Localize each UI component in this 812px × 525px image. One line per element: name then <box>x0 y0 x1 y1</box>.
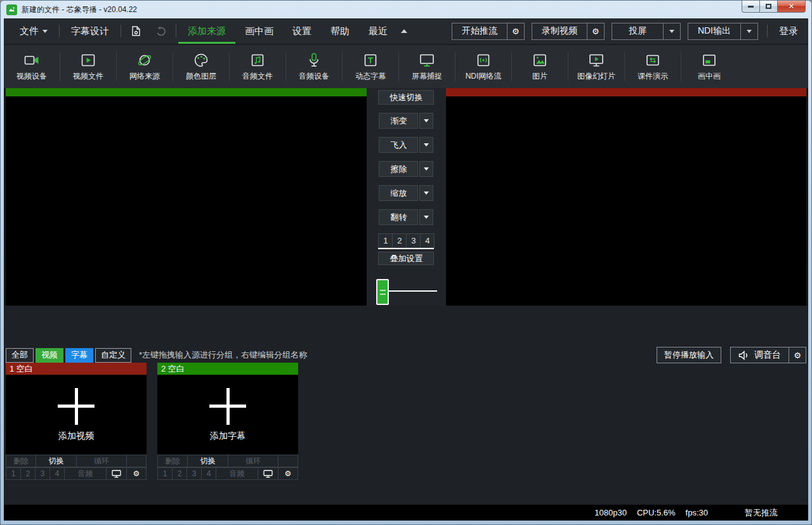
toolbar-item-ndi-stream[interactable]: NDI网络流 <box>455 52 511 82</box>
toolbar-item-courseware[interactable]: 课件演示 <box>625 52 681 82</box>
toolbar-item-screen-capture[interactable]: 屏幕捕捉 <box>399 52 455 82</box>
slot-2-button[interactable]: 2 <box>20 467 36 480</box>
start-stream-button[interactable]: 开始推流 <box>452 23 507 39</box>
loop-button[interactable]: 循环 <box>76 455 127 467</box>
delete-button[interactable]: 删除 <box>157 455 188 467</box>
cast-dropdown-button[interactable] <box>664 23 680 39</box>
toolbar-item-audio-device[interactable]: 音频设备 <box>286 52 342 82</box>
tab-settings[interactable]: 设置 <box>283 18 321 44</box>
ndi-output-button[interactable]: NDI输出 <box>688 23 740 39</box>
slot-1-button[interactable]: 1 <box>6 467 21 480</box>
tab-all[interactable]: 全部 <box>6 348 34 363</box>
toolbar-item-video-file[interactable]: 视频文件 <box>60 52 116 82</box>
slider-track[interactable] <box>388 290 437 292</box>
transition-fly-button[interactable]: 飞入 <box>379 137 418 153</box>
audio-button[interactable]: 音频 <box>64 467 107 480</box>
save-button[interactable] <box>123 18 148 44</box>
undo-icon[interactable] <box>148 18 174 44</box>
divider <box>176 25 176 37</box>
toolbar-item-slideshow[interactable]: 图像幻灯片 <box>568 52 624 82</box>
toolbar-item-pip[interactable]: 画中画 <box>681 52 737 82</box>
menu-subtitle-design-label: 字幕设计 <box>71 25 109 37</box>
tab-help[interactable]: 帮助 <box>321 18 359 44</box>
transition-zoom-button[interactable]: 缩放 <box>379 185 418 201</box>
quick-switch-button[interactable]: 快速切换 <box>378 90 434 105</box>
toolbar-item-color-layer[interactable]: 颜色图层 <box>173 52 229 82</box>
overlay-slot-4[interactable]: 4 <box>420 233 435 248</box>
transition-wipe-dropdown[interactable] <box>419 161 433 177</box>
monitor-toggle-button[interactable] <box>258 467 278 480</box>
record-settings-button[interactable]: ⚙ <box>587 23 604 39</box>
transition-flip-dropdown[interactable] <box>419 209 433 225</box>
transition-fade-button[interactable]: 渐变 <box>379 113 418 129</box>
maximize-button[interactable] <box>759 1 778 13</box>
app-window: 新建的文件 - 芯象导播 - v20.04.22 ✕ 文件 字幕设计 <box>0 0 812 525</box>
tab-add-source[interactable]: 添加来源 <box>178 18 235 44</box>
delete-button[interactable]: 删除 <box>6 455 36 467</box>
slot-3-button[interactable]: 3 <box>35 467 50 480</box>
minimize-button[interactable] <box>742 1 760 13</box>
mixer-button[interactable]: 调音台 <box>731 347 789 363</box>
cast-button[interactable]: 投屏 <box>612 23 663 39</box>
monitor-toggle-button[interactable] <box>106 467 127 480</box>
toolbar-item-picture[interactable]: 图片 <box>512 52 568 82</box>
transition-wipe-button[interactable]: 擦除 <box>379 161 418 177</box>
menu-file[interactable]: 文件 <box>10 18 57 44</box>
login-button[interactable]: 登录 <box>776 25 801 37</box>
toolbar-item-dynamic-caption[interactable]: 动态字幕 <box>343 52 398 82</box>
transition-flip-button[interactable]: 翻转 <box>379 209 418 225</box>
menu-subtitle-design[interactable]: 字幕设计 <box>62 18 119 44</box>
toolbar-item-label: 画中画 <box>698 71 721 82</box>
switch-button[interactable]: 切换 <box>187 455 228 467</box>
tab-pip[interactable]: 画中画 <box>235 18 283 44</box>
toolbar-item-label: 动态字幕 <box>355 71 386 82</box>
tab-subtitle[interactable]: 字幕 <box>65 348 93 363</box>
card-2-add-area[interactable]: 添加字幕 <box>157 375 298 455</box>
slider-handle[interactable] <box>376 279 389 305</box>
mixer-settings-button[interactable]: ⚙ <box>789 347 806 363</box>
overlay-slot-1[interactable]: 1 <box>378 233 393 248</box>
transition-fly-dropdown[interactable] <box>419 137 433 153</box>
ndi-dropdown-button[interactable] <box>741 23 757 39</box>
card-settings-button[interactable]: ⚙ <box>278 467 298 480</box>
window-title: 新建的文件 - 芯象导播 - v20.04.22 <box>22 4 137 15</box>
toolbar-item-web-source[interactable]: 网络来源 <box>117 52 173 82</box>
overlay-slot-2[interactable]: 2 <box>392 233 407 248</box>
record-video-button[interactable]: 录制视频 <box>532 23 587 39</box>
slot-1-button[interactable]: 1 <box>157 467 173 480</box>
switch-button[interactable]: 切换 <box>36 455 77 467</box>
slot-2-button[interactable]: 2 <box>172 467 187 480</box>
card-2-controls-row-2: 1 2 3 4 音频 ⚙ <box>157 467 298 480</box>
pause-input-button[interactable]: 暂停播放输入 <box>657 347 721 363</box>
loop-button[interactable]: 循环 <box>228 455 278 467</box>
toolbar-item-label: 颜色图层 <box>186 71 216 82</box>
group-hint-text: *左键拖拽输入源进行分组，右键编辑分组名称 <box>139 349 657 361</box>
stream-settings-button[interactable]: ⚙ <box>508 23 524 39</box>
transition-fade-dropdown[interactable] <box>419 113 433 129</box>
video-file-icon <box>80 52 96 68</box>
picture-icon <box>532 52 548 68</box>
tab-video[interactable]: 视频 <box>36 348 63 363</box>
slot-3-button[interactable]: 3 <box>187 467 202 480</box>
close-button[interactable]: ✕ <box>777 1 806 13</box>
card-1-header[interactable]: 1 空白 <box>6 363 147 375</box>
titlebar[interactable]: 新建的文件 - 芯象导播 - v20.04.22 ✕ <box>1 1 811 18</box>
video-device-icon <box>23 52 40 68</box>
overlay-slot-3[interactable]: 3 <box>406 233 421 248</box>
transition-zoom-dropdown[interactable] <box>419 185 433 201</box>
toolbar-item-video-device[interactable]: 视频设备 <box>4 52 60 82</box>
divider <box>121 25 121 37</box>
tab-recent[interactable]: 最近 <box>359 18 397 44</box>
overlay-settings-button[interactable]: 叠加设置 <box>378 252 434 265</box>
slot-4-button[interactable]: 4 <box>201 467 216 480</box>
tab-custom[interactable]: 自定义 <box>95 348 131 363</box>
card-2-header[interactable]: 2 空白 <box>157 363 298 375</box>
monitor-icon <box>263 470 273 478</box>
audio-button[interactable]: 音频 <box>216 467 258 480</box>
menu-actions: 开始推流 ⚙ 录制视频 ⚙ 投屏 NDI输出 <box>452 18 808 44</box>
collapse-toolbar-icon[interactable] <box>401 29 407 33</box>
toolbar-item-audio-file[interactable]: 音频文件 <box>230 52 285 82</box>
card-1-add-area[interactable]: 添加视频 <box>6 375 147 455</box>
card-settings-button[interactable]: ⚙ <box>126 467 147 480</box>
slot-4-button[interactable]: 4 <box>49 467 65 480</box>
